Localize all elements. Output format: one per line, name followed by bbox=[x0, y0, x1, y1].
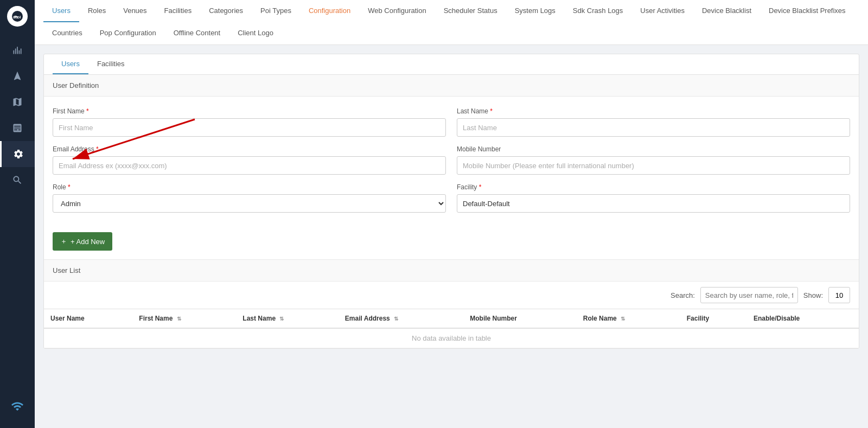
col-mobile: Mobile Number bbox=[463, 309, 577, 329]
floor-icon bbox=[12, 123, 23, 133]
form-row-name: First Name * Last Name * bbox=[53, 107, 850, 137]
wifi-status bbox=[0, 393, 35, 419]
table-body: No data available in table bbox=[44, 328, 859, 348]
nav-tab-device-blacklist-prefixes[interactable]: Device Blacklist Prefixes bbox=[760, 0, 854, 22]
card-tab-users[interactable]: Users bbox=[53, 54, 88, 74]
form-group-last-name: Last Name * bbox=[457, 107, 850, 137]
wifi-icon bbox=[11, 400, 24, 413]
add-new-icon: ＋ bbox=[60, 237, 67, 246]
table-controls: Search: Show: bbox=[44, 282, 859, 309]
sidebar-navigation bbox=[0, 37, 35, 393]
email-input[interactable] bbox=[53, 156, 446, 175]
sort-icon-rolename[interactable]: ⇅ bbox=[621, 316, 625, 322]
form-group-email: Email Address * bbox=[53, 145, 446, 175]
nav-tab-poi-types[interactable]: Poi Types bbox=[252, 0, 300, 22]
nav-tab-user-activities[interactable]: User Activities bbox=[631, 0, 693, 22]
mobile-input[interactable] bbox=[457, 156, 850, 175]
nav-tab-configuration[interactable]: Configuration bbox=[300, 0, 359, 22]
table-header: User Name First Name ⇅ Last Name ⇅ bbox=[44, 309, 859, 329]
sidebar-item-search[interactable] bbox=[0, 167, 35, 193]
sort-icon-lastname[interactable]: ⇅ bbox=[279, 316, 284, 322]
card-tabs: Users Facilities bbox=[44, 54, 859, 75]
sidebar-logo: Poi ntr bbox=[0, 0, 35, 33]
last-name-input[interactable] bbox=[457, 118, 850, 137]
first-name-label: First Name * bbox=[53, 107, 446, 115]
user-table: User Name First Name ⇅ Last Name ⇅ bbox=[44, 309, 859, 348]
sidebar-item-navigation[interactable] bbox=[0, 63, 35, 89]
show-count-input[interactable] bbox=[828, 287, 850, 303]
form-group-mobile: Mobile Number bbox=[457, 145, 850, 175]
nav-tab-roles[interactable]: Roles bbox=[79, 0, 114, 22]
sidebar-item-map[interactable] bbox=[0, 89, 35, 115]
col-firstname: First Name ⇅ bbox=[132, 309, 236, 329]
nav-tab-users[interactable]: Users bbox=[43, 0, 79, 22]
no-data-cell: No data available in table bbox=[44, 328, 859, 348]
facility-input[interactable] bbox=[457, 194, 850, 213]
navigation-icon bbox=[12, 71, 23, 81]
user-definition-title: User Definition bbox=[44, 75, 859, 97]
form-group-first-name: First Name * bbox=[53, 107, 446, 137]
user-list-title: User List bbox=[44, 259, 859, 282]
card-tab-facilities[interactable]: Facilities bbox=[88, 54, 133, 74]
table-row-no-data: No data available in table bbox=[44, 328, 859, 348]
add-new-label: + Add New bbox=[71, 238, 105, 246]
sidebar-bottom bbox=[0, 393, 35, 428]
top-nav-row1: Users Roles Venues Facilities Categories… bbox=[43, 0, 859, 22]
top-navigation: Users Roles Venues Facilities Categories… bbox=[35, 0, 868, 45]
nav-tab-device-blacklist[interactable]: Device Blacklist bbox=[693, 0, 760, 22]
nav-tab-scheduler-status[interactable]: Scheduler Status bbox=[435, 0, 506, 22]
page-wrapper: Users Roles Venues Facilities Categories… bbox=[35, 0, 868, 428]
nav-tab-client-logo[interactable]: Client Logo bbox=[229, 22, 282, 44]
role-label: Role * bbox=[53, 183, 446, 191]
first-name-input[interactable] bbox=[53, 118, 446, 137]
form-group-facility: Facility * bbox=[457, 183, 850, 213]
search-icon bbox=[12, 175, 23, 186]
sort-icon-firstname[interactable]: ⇅ bbox=[177, 316, 181, 322]
sort-icon-email[interactable]: ⇅ bbox=[394, 316, 398, 322]
nav-tab-pop-configuration[interactable]: Pop Configuration bbox=[91, 22, 165, 44]
nav-tab-categories[interactable]: Categories bbox=[200, 0, 252, 22]
main-content: Users Roles Venues Facilities Categories… bbox=[35, 0, 868, 428]
email-label: Email Address * bbox=[53, 145, 446, 153]
facility-label: Facility * bbox=[457, 183, 850, 191]
settings-icon bbox=[13, 149, 24, 159]
user-definition-form: First Name * Last Name * bbox=[44, 97, 859, 232]
col-email: Email Address ⇅ bbox=[339, 309, 463, 329]
top-nav-row2: Countries Pop Configuration Offline Cont… bbox=[43, 22, 859, 44]
form-row-email: Email Address * Mobile Number bbox=[53, 145, 850, 175]
nav-tab-sdk-crash-logs[interactable]: Sdk Crash Logs bbox=[564, 0, 632, 22]
show-label: Show: bbox=[803, 291, 823, 299]
nav-tab-web-configuration[interactable]: Web Configuration bbox=[359, 0, 435, 22]
nav-tab-countries[interactable]: Countries bbox=[43, 22, 91, 44]
add-new-button[interactable]: ＋ + Add New bbox=[53, 232, 112, 251]
svg-text:ntr: ntr bbox=[13, 15, 18, 19]
search-label: Search: bbox=[671, 291, 695, 299]
col-username: User Name bbox=[44, 309, 132, 329]
table-search-input[interactable] bbox=[700, 287, 798, 303]
form-row-role-facility: Role * Admin Facility * bbox=[53, 183, 850, 213]
nav-tab-venues[interactable]: Venues bbox=[114, 0, 155, 22]
role-select[interactable]: Admin bbox=[53, 194, 446, 213]
page-content: Users Facilities User Definition First N… bbox=[35, 45, 868, 428]
mobile-label: Mobile Number bbox=[457, 145, 850, 153]
chart-icon bbox=[12, 44, 23, 55]
nav-tab-system-logs[interactable]: System Logs bbox=[506, 0, 564, 22]
last-name-label: Last Name * bbox=[457, 107, 850, 115]
map-icon bbox=[12, 97, 23, 107]
main-card: Users Facilities User Definition First N… bbox=[43, 54, 859, 349]
sidebar-item-settings[interactable] bbox=[0, 141, 35, 167]
nav-tab-offline-content[interactable]: Offline Content bbox=[165, 22, 229, 44]
col-enable-disable: Enable/Disable bbox=[747, 309, 859, 329]
sidebar-item-floor[interactable] bbox=[0, 115, 35, 141]
form-group-role: Role * Admin bbox=[53, 183, 446, 213]
app-logo: Poi ntr bbox=[7, 6, 28, 27]
col-rolename: Role Name ⇅ bbox=[577, 309, 680, 329]
sidebar: Poi ntr bbox=[0, 0, 35, 428]
nav-tab-facilities[interactable]: Facilities bbox=[156, 0, 201, 22]
col-facility: Facility bbox=[680, 309, 747, 329]
col-lastname: Last Name ⇅ bbox=[236, 309, 339, 329]
sidebar-item-analytics[interactable] bbox=[0, 37, 35, 63]
